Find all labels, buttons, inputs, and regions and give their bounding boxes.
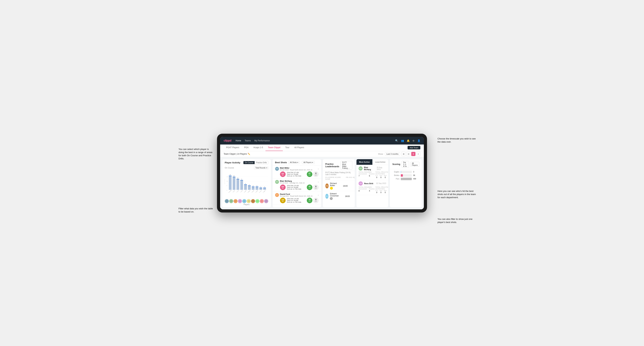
- toggle-practice-drills[interactable]: Practice Drills: [254, 161, 268, 164]
- ma-mini-arg-1: ARG 0: [384, 190, 387, 193]
- shot-avatar-0: MM: [275, 167, 279, 171]
- sc-bar-track-birdies: [401, 174, 412, 177]
- ma-mini-gtt-1: GTT 0: [376, 190, 378, 193]
- tab-pgat-players[interactable]: PGAT Players: [224, 144, 242, 151]
- ma-stat-row-0: Tournament 7 Practice 6: [358, 173, 375, 177]
- player-avatar-7[interactable]: MM: [255, 199, 260, 203]
- search-icon[interactable]: 🔍: [395, 139, 398, 142]
- ma-stat-tourn-1: Tournament 8: [358, 188, 367, 192]
- shot-badge-2: 198 SG: [280, 198, 286, 203]
- bottom-row: Practice Leaderboards PUTT Must Make Put…: [323, 159, 422, 207]
- ma-name-1: Rees Britt: [364, 182, 373, 184]
- users-icon[interactable]: 👥: [401, 139, 404, 142]
- sc-filter-par[interactable]: Par 3, 4 & 5s: [402, 161, 409, 168]
- svg-rect-16: [236, 179, 239, 179]
- shot-player-info-0: Matt Miller 09 Jun 2023 · Royal North De…: [280, 167, 317, 171]
- tab-tour[interactable]: Tour: [283, 144, 292, 151]
- svg-rect-10: [229, 176, 232, 176]
- svg-text:4: 4: [249, 184, 250, 185]
- player-avatar-3[interactable]: JC: [238, 199, 242, 203]
- view-grid2-icon[interactable]: ⊞: [402, 152, 406, 156]
- nav-links: Home Teams My Performance: [236, 140, 391, 142]
- tab-team-clippd[interactable]: Team Clippd: [266, 144, 283, 151]
- player-avatar-5[interactable]: OB: [246, 199, 251, 203]
- practice-leaderboards-card: Practice Leaderboards PUTT Must Make Put…: [323, 159, 355, 207]
- sc-bar-row-birdies: Birdies 96: [392, 174, 419, 177]
- ma-stat-practice-act-1: Total Practice Activities GTT 0 APP: [376, 186, 388, 193]
- player-avatar-6[interactable]: RBu: [251, 199, 255, 203]
- svg-rect-12: [233, 177, 236, 190]
- player-avatar-2[interactable]: DF: [234, 199, 238, 203]
- svg-text:13: 13: [230, 174, 231, 175]
- shot-avatar-1: BM: [275, 180, 279, 184]
- shot-chevron-2[interactable]: ›: [318, 194, 319, 196]
- shot-chevron-0[interactable]: ›: [318, 168, 319, 170]
- pl-rank-badge-1: 2: [330, 197, 333, 200]
- bar-chart: 15 10 5 0 Total Rounds: [225, 170, 268, 198]
- nav-link-myperformance[interactable]: My Performance: [254, 140, 270, 142]
- sc-bar-label-eagles: Eagles: [392, 171, 399, 173]
- pl-name-0: Richard Butler: [330, 182, 338, 186]
- svg-text:10: 10: [226, 181, 228, 182]
- nav-icons: 🔍 👥 🔔 ⊕ 👤: [395, 139, 420, 142]
- all-players-filter[interactable]: All Players ▾: [302, 161, 315, 164]
- svg-rect-24: [248, 185, 251, 190]
- svg-text:2: 2: [264, 186, 265, 187]
- sc-bar-label-pars: Pars: [392, 178, 399, 180]
- view-heart-icon[interactable]: ♥: [411, 152, 416, 156]
- pl-player-info-0: Richard Butler 1: [330, 182, 338, 190]
- player-avatar-8[interactable]: EC: [260, 199, 264, 203]
- player-avatar-4[interactable]: EE: [242, 199, 246, 203]
- add-team-button[interactable]: Add Team: [408, 146, 420, 149]
- pl-score-1: 18/20: [340, 195, 354, 197]
- best-shots-card: Best Shots All Shots ▾ All Players ▾: [273, 159, 321, 207]
- nav-link-home[interactable]: Home: [236, 140, 241, 142]
- all-players-chevron: ▾: [312, 162, 313, 163]
- shot-badge-1: 200 SG: [280, 184, 286, 190]
- all-shots-label: All Shots: [290, 162, 296, 163]
- pl-player-1: EC Edward Crossman 2: [325, 192, 340, 200]
- svg-text:B. McHarg: B. McHarg: [228, 190, 232, 193]
- ma-player-0: BM Blair McHarg 26 Aug 2023 Total Rounds: [356, 165, 388, 180]
- player-avatar-9[interactable]: LR: [264, 199, 268, 203]
- show-select[interactable]: Last 3 months: [385, 152, 400, 156]
- sc-bar-val-pars: 499: [413, 178, 419, 180]
- ma-name-0: Blair McHarg: [364, 166, 376, 171]
- bell-icon[interactable]: 🔔: [407, 139, 410, 142]
- chart-filter[interactable]: Total Rounds ▾: [254, 166, 268, 169]
- sc-filter-players[interactable]: All Players: [410, 162, 419, 167]
- annotation-top-left: You can select which player is doing the…: [178, 148, 214, 161]
- nav-link-teams[interactable]: Teams: [245, 140, 251, 142]
- sc-bar-row-pars: Pars 499: [392, 178, 419, 180]
- tab-least-active[interactable]: Least Active: [372, 159, 388, 165]
- ma-stat-rounds-label-0: Total Rounds: [358, 171, 375, 173]
- svg-text:9: 9: [241, 178, 242, 179]
- plus-circle-icon[interactable]: ⊕: [412, 139, 414, 142]
- sc-bar-fill-birdies: [401, 174, 403, 177]
- view-grid-icon[interactable]: ⊟: [406, 152, 410, 156]
- shot-yds-group-0: 67 yds 0 yds: [307, 172, 319, 177]
- tab-pga[interactable]: PGA: [242, 144, 251, 151]
- tab-hcaps[interactable]: Hcaps 1-5: [251, 144, 266, 151]
- tab-all-players[interactable]: All Players: [292, 144, 306, 151]
- ma-stat-mini-row-1: GTT 0 APP 0 ARG: [376, 190, 388, 193]
- view-list-icon[interactable]: ≡: [416, 152, 420, 156]
- shot-details-row-1: 200 SG Shot Dist: 43 yds Start Lie: Roug…: [275, 184, 319, 190]
- shot-yds-main-2: 16 yds: [307, 198, 312, 203]
- all-shots-filter[interactable]: All Shots ▾: [288, 161, 300, 164]
- shot-yds-end-2: 0 yds: [313, 198, 319, 203]
- user-avatar-icon[interactable]: 👤: [418, 139, 420, 142]
- pl-filter[interactable]: PUTT Must Make Putting ...: [340, 161, 352, 170]
- tab-most-active[interactable]: Most Active: [356, 159, 372, 165]
- pl-table-header: PLAYER NAME PB SCORE PB AVG SQ: [323, 176, 355, 181]
- svg-rect-27: [252, 186, 254, 190]
- shot-chevron-1[interactable]: ›: [318, 180, 319, 183]
- ma-stat-practice-label-0: Total Practice Activities: [376, 171, 388, 175]
- shot-stats-text-2: Shot Dist: 16 yds Start Lie: Rough End L…: [287, 198, 306, 203]
- toggle-on-course[interactable]: On Course: [244, 161, 254, 164]
- svg-text:E. Cross...: E. Cross...: [259, 190, 262, 193]
- player-avatar-1[interactable]: RB: [229, 199, 233, 203]
- player-avatar-0[interactable]: BM: [225, 199, 229, 203]
- svg-rect-13: [233, 177, 236, 177]
- shot-player-info-2: David Ford 24 Aug 2023 · Royal North Dev…: [280, 193, 317, 197]
